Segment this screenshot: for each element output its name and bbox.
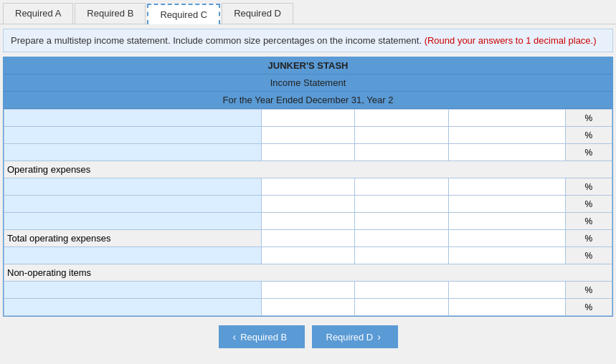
input-label-12[interactable]: [4, 299, 262, 316]
input-field-label-1[interactable]: [7, 111, 258, 125]
input-label-2[interactable]: [4, 127, 262, 144]
input-field-label-7[interactable]: [7, 214, 258, 228]
input-field-7a[interactable]: [265, 214, 351, 228]
input-field-5b[interactable]: [358, 180, 445, 193]
input-amount-3[interactable]: [448, 144, 565, 161]
input-col1-3[interactable]: [261, 144, 354, 161]
input-field-label-6[interactable]: [7, 197, 258, 211]
next-button-label: Required D: [326, 332, 374, 343]
input-col2-3[interactable]: [355, 144, 448, 161]
total-col1[interactable]: [261, 230, 354, 247]
input-field-amount-9[interactable]: [452, 249, 562, 262]
input-col2-11[interactable]: [355, 282, 448, 299]
pct-cell-1: %: [565, 110, 612, 127]
input-label-9[interactable]: [4, 247, 262, 264]
total-amount[interactable]: [448, 230, 565, 247]
input-field-amount-6[interactable]: [452, 197, 562, 211]
input-col1-7[interactable]: [261, 213, 354, 230]
input-field-11b[interactable]: [358, 283, 445, 297]
input-field-label-9[interactable]: [7, 249, 258, 262]
input-field-label-11[interactable]: [7, 283, 258, 297]
input-field-amount-1[interactable]: [452, 111, 562, 125]
input-field-2a[interactable]: [265, 128, 351, 142]
input-field-9b[interactable]: [358, 249, 445, 262]
input-col2-1[interactable]: [355, 110, 448, 127]
input-field-amount-12[interactable]: [452, 300, 562, 314]
next-button[interactable]: Required D ›: [312, 325, 398, 348]
input-amount-12[interactable]: [448, 299, 565, 316]
pct-cell-3: %: [565, 144, 612, 161]
input-field-amount-5[interactable]: [452, 180, 562, 193]
input-col1-1[interactable]: [261, 110, 354, 127]
input-amount-1[interactable]: [448, 110, 565, 127]
table-row: %: [4, 110, 612, 127]
input-label-3[interactable]: [4, 144, 262, 161]
prev-button[interactable]: ‹ Required B: [219, 325, 305, 348]
tab-required-d[interactable]: Required D: [222, 3, 293, 24]
input-col1-12[interactable]: [261, 299, 354, 316]
input-field-label-3[interactable]: [7, 145, 258, 159]
input-field-6b[interactable]: [358, 197, 445, 211]
input-field-amount-3[interactable]: [452, 145, 562, 159]
input-label-7[interactable]: [4, 213, 262, 230]
input-field-amount-2[interactable]: [452, 128, 562, 142]
input-col1-5[interactable]: [261, 178, 354, 196]
input-field-12b[interactable]: [358, 300, 445, 314]
input-total-a[interactable]: [265, 231, 351, 245]
pct-cell-total: %: [565, 230, 612, 247]
tab-required-a[interactable]: Required A: [3, 3, 73, 24]
input-label-1[interactable]: [4, 110, 262, 127]
table-title: JUNKER'S STASH: [4, 57, 612, 75]
total-col2[interactable]: [355, 230, 448, 247]
input-field-amount-11[interactable]: [452, 283, 562, 297]
input-amount-11[interactable]: [448, 282, 565, 299]
input-col2-6[interactable]: [355, 196, 448, 213]
table-row: %: [4, 282, 612, 299]
input-field-3b[interactable]: [358, 145, 445, 159]
input-amount-9[interactable]: [448, 247, 565, 264]
input-amount-5[interactable]: [448, 178, 565, 196]
input-field-3a[interactable]: [265, 145, 351, 159]
input-field-label-5[interactable]: [7, 180, 258, 193]
input-field-label-12[interactable]: [7, 300, 258, 314]
table-row: %: [4, 144, 612, 161]
input-field-2b[interactable]: [358, 128, 445, 142]
input-amount-2[interactable]: [448, 127, 565, 144]
tab-required-c[interactable]: Required C: [147, 4, 220, 24]
input-col1-9[interactable]: [261, 247, 354, 264]
total-operating-label: Total operating expenses: [4, 230, 262, 247]
pct-cell-9: %: [565, 247, 612, 264]
input-total-amount[interactable]: [452, 231, 562, 245]
input-label-6[interactable]: [4, 196, 262, 213]
input-col1-11[interactable]: [261, 282, 354, 299]
input-col2-7[interactable]: [355, 213, 448, 230]
instruction-main: Prepare a multistep income statement. In…: [11, 35, 425, 46]
input-field-5a[interactable]: [265, 180, 351, 193]
tab-required-b[interactable]: Required B: [75, 3, 146, 24]
input-field-label-2[interactable]: [7, 128, 258, 142]
input-field-6a[interactable]: [265, 197, 351, 211]
input-field-12a[interactable]: [265, 300, 351, 314]
input-col1-6[interactable]: [261, 196, 354, 213]
input-col2-9[interactable]: [355, 247, 448, 264]
pct-cell-5: %: [565, 178, 612, 196]
input-amount-7[interactable]: [448, 213, 565, 230]
input-col2-5[interactable]: [355, 178, 448, 196]
table-row: %: [4, 127, 612, 144]
input-field-1b[interactable]: [358, 111, 445, 125]
input-total-b[interactable]: [358, 231, 445, 245]
input-field-11a[interactable]: [265, 283, 351, 297]
input-col2-12[interactable]: [355, 299, 448, 316]
input-col2-2[interactable]: [355, 127, 448, 144]
section-row-nonoperating: Non-operating items: [4, 264, 612, 282]
input-amount-6[interactable]: [448, 196, 565, 213]
input-field-7b[interactable]: [358, 214, 445, 228]
input-col1-2[interactable]: [261, 127, 354, 144]
table-row: %: [4, 196, 612, 213]
input-field-1a[interactable]: [265, 111, 351, 125]
input-label-5[interactable]: [4, 178, 262, 196]
pct-cell-12: %: [565, 299, 612, 316]
input-field-9a[interactable]: [265, 249, 351, 262]
input-field-amount-7[interactable]: [452, 214, 562, 228]
input-label-11[interactable]: [4, 282, 262, 299]
